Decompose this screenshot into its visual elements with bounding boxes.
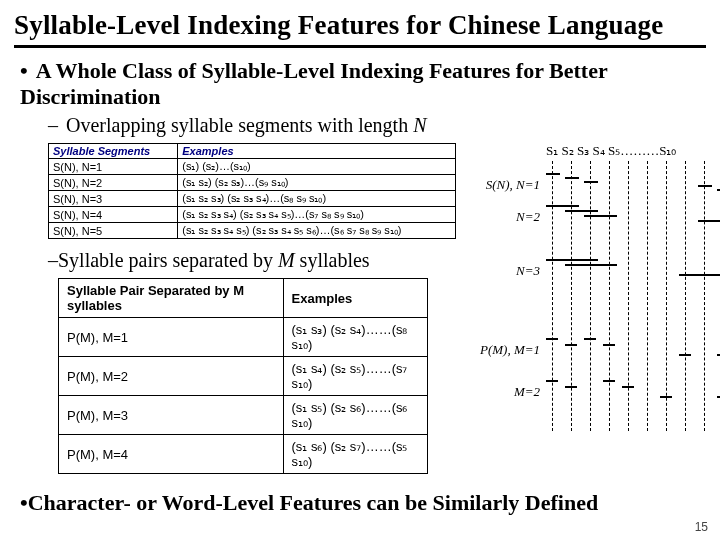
th-ex2: Examples — [283, 279, 427, 318]
sub1-ital: N — [413, 114, 426, 136]
diag-row-n3: N=3 — [470, 259, 720, 283]
th-seg: Syllable Segments — [49, 144, 178, 159]
sub1-text: Overlapping syllable segments with lengt… — [66, 114, 413, 136]
diag-row-m1: P(M), M=1 — [470, 338, 720, 362]
table-row: P(M), M=3(s₁ s₅) (s₂ s₆)……(s₆ s₁₀) — [59, 396, 428, 435]
syllable-axis: S₁ S₂ S₃ S₄ S₅………S₁₀ — [546, 143, 676, 159]
diagram: S₁ S₂ S₃ S₄ S₅………S₁₀ S(N), N=1 — [470, 143, 720, 404]
dash-1: – — [48, 114, 58, 136]
page-number: 15 — [695, 520, 708, 534]
table-row: P(M), M=2(s₁ s₄) (s₂ s₅)……(s₇ s₁₀) — [59, 357, 428, 396]
table-row: S(N), N=5(s₁ s₂ s₃ s₄ s₅) (s₂ s₃ s₄ s₅ s… — [49, 223, 456, 239]
table-row: S(N), N=2(s₁ s₂) (s₂ s₃)…(s₉ s₁₀) — [49, 175, 456, 191]
subbullet-1: –Overlapping syllable segments with leng… — [48, 114, 706, 137]
page-title: Syllable-Level Indexing Features for Chi… — [14, 10, 706, 41]
bullet-2-text: Character- or Word-Level Features can be… — [28, 490, 598, 515]
table-syllable-segments: Syllable Segments Examples S(N), N=1(s₁)… — [48, 143, 456, 239]
diag-row-m2: M=2 — [470, 380, 720, 404]
th-pair: Syllable Pair Separated by M syllables — [59, 279, 284, 318]
sub2-suffix: syllables — [295, 249, 370, 271]
seg-m1 — [546, 338, 720, 362]
table-row: S(N), N=1(s₁) (s₂)…(s₁₀) — [49, 159, 456, 175]
content-row: Syllable Segments Examples S(N), N=1(s₁)… — [14, 137, 706, 474]
table-row: P(M), M=1(s₁ s₃) (s₂ s₄)……(s₈ s₁₀) — [59, 318, 428, 357]
table-row: P(M), M=4(s₁ s₆) (s₂ s₇)……(s₅ s₁₀) — [59, 435, 428, 474]
slide: Syllable-Level Indexing Features for Chi… — [0, 0, 720, 540]
right-column: S₁ S₂ S₃ S₄ S₅………S₁₀ S(N), N=1 — [456, 137, 720, 412]
bullet-1-text: A Whole Class of Syllable-Level Indexing… — [20, 58, 607, 109]
diag-row-n1: S(N), N=1 — [470, 173, 720, 197]
table-syllable-pairs: Syllable Pair Separated by M syllables E… — [58, 278, 428, 474]
table-row: S(N), N=4(s₁ s₂ s₃ s₄) (s₂ s₃ s₄ s₅)…(s₇… — [49, 207, 456, 223]
left-column: Syllable Segments Examples S(N), N=1(s₁)… — [14, 137, 456, 474]
dash-2: – — [48, 249, 58, 271]
seg-n1 — [546, 173, 720, 197]
seg-m2 — [546, 380, 720, 404]
table-row: Syllable Segments Examples — [49, 144, 456, 159]
title-rule — [14, 45, 706, 48]
bullet-2: •Character- or Word-Level Features can b… — [20, 490, 706, 516]
subbullet-2: –Syllable pairs separated by M syllables — [48, 249, 456, 272]
sub2-prefix: Syllable pairs separated by — [58, 249, 278, 271]
table-row: Syllable Pair Separated by M syllables E… — [59, 279, 428, 318]
bullet-dot-2: • — [20, 490, 28, 515]
seg-n2 — [546, 205, 720, 229]
diag-row-n2: N=2 — [470, 205, 720, 229]
sub2-ital: M — [278, 249, 295, 271]
th-ex: Examples — [178, 144, 456, 159]
bullet-1: •A Whole Class of Syllable-Level Indexin… — [20, 58, 706, 110]
seg-n3 — [546, 259, 720, 283]
bullet-dot: • — [20, 58, 28, 83]
table-row: S(N), N=3(s₁ s₂ s₃) (s₂ s₃ s₄)…(s₈ s₉ s₁… — [49, 191, 456, 207]
